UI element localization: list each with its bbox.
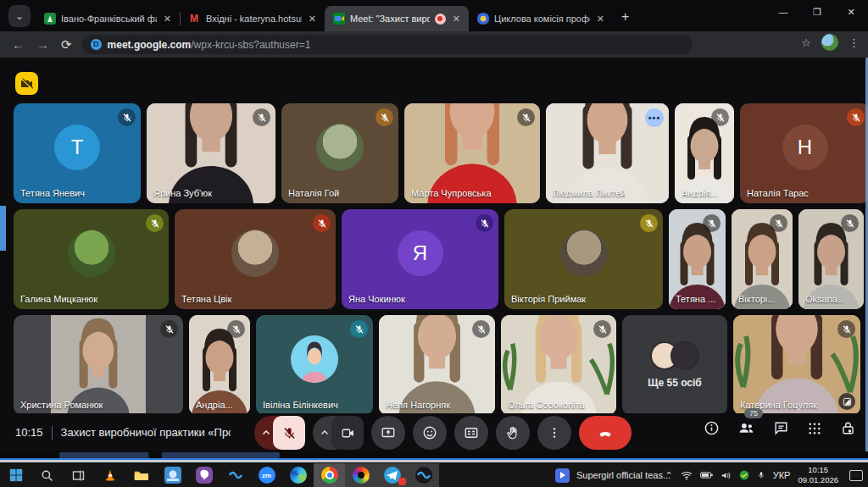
taskbar-windows-start-icon[interactable] (0, 463, 31, 487)
camera-split-button (313, 416, 364, 450)
antivirus-icon[interactable] (739, 470, 749, 480)
mic-muted-icon (837, 320, 855, 338)
tab-commission[interactable]: Циклова комісія професійної ✕ (469, 6, 613, 31)
taskbar-clock[interactable]: 10:1509.01.2026 (798, 465, 838, 485)
close-tab-icon[interactable]: ✕ (162, 14, 173, 25)
minimize-button[interactable]: — (766, 0, 800, 25)
meeting-info: 10:15 Захист виробничої практики «Проб..… (15, 426, 244, 440)
participant-tile[interactable]: Неля Нагорняк (379, 315, 495, 415)
tile-options-icon[interactable]: ••• (645, 108, 664, 127)
mic-muted-icon (711, 108, 729, 126)
taskbar-edge-icon[interactable] (282, 463, 314, 487)
taskbar-webex-open-icon[interactable] (408, 463, 439, 487)
taskbar-vlc-icon[interactable] (94, 463, 125, 487)
participant-tile[interactable]: Христина Романюк (14, 315, 183, 415)
end-call-button[interactable] (579, 416, 632, 450)
address-bar[interactable]: meet.google.com/wpx-krcu-sbs?authuser=1 (82, 35, 693, 54)
participant-tile[interactable]: Ярина Зуб'юк (147, 103, 275, 203)
language-indicator[interactable]: УКР (773, 470, 791, 480)
chat-button[interactable] (773, 420, 789, 436)
taskbar-chrome-icon[interactable] (314, 463, 345, 487)
wifi-icon[interactable] (681, 471, 693, 480)
mic-muted-icon (313, 214, 331, 232)
participant-tile[interactable]: Вікторі... (732, 209, 793, 309)
meeting-title: Захист виробничої практики «Проб... (61, 426, 231, 439)
tab-search-button[interactable]: ⌄ (8, 5, 31, 27)
captions-button[interactable] (454, 416, 488, 450)
taskbar-task-view-icon[interactable] (63, 463, 94, 487)
self-view-expand-icon[interactable] (838, 393, 855, 410)
activities-button[interactable] (807, 421, 822, 436)
tab-gmail-inbox[interactable]: Вхідні - kateryna.hotsuliak@pn ✕ (181, 6, 325, 31)
mic-split-button (254, 416, 305, 450)
mic-muted-icon (376, 108, 393, 126)
reload-icon[interactable]: ⟳ (61, 37, 72, 53)
taskbar-paint3d-icon[interactable] (345, 463, 376, 487)
profile-avatar[interactable] (821, 34, 838, 51)
participant-tile[interactable]: Тетяна ... (669, 209, 726, 309)
taskbar-file-explorer-icon[interactable] (125, 463, 157, 487)
raise-hand-button[interactable] (496, 416, 530, 450)
play-icon[interactable] (555, 468, 570, 483)
participant-tile[interactable]: Oksana... (798, 209, 864, 309)
close-window-button[interactable]: ✕ (834, 0, 868, 25)
participant-tile[interactable]: Ще 55 осіб (622, 315, 727, 415)
camera-button[interactable] (331, 416, 364, 450)
participant-tile[interactable]: Івіліна Білінкевич (256, 315, 373, 415)
maximize-button[interactable]: ❐ (800, 0, 834, 25)
participant-tile[interactable]: Катерина Гоцуляк (733, 315, 860, 415)
forward-icon[interactable]: → (36, 37, 49, 52)
taskbar-viber-icon[interactable] (188, 463, 220, 487)
microphone-tray-icon[interactable] (757, 470, 765, 480)
browser-tab-bar: ⌄ Івано-Франківський фаховий ✕ Вхідні - … (0, 0, 868, 31)
close-tab-icon[interactable]: ✕ (451, 14, 462, 25)
camera-off-notification[interactable] (15, 72, 38, 95)
taskbar-media-control[interactable]: Supergirl official teas... (555, 463, 670, 487)
participant-tile[interactable]: Вікторія Приймак (504, 209, 663, 309)
participant-tile[interactable]: Галина Мицканюк (14, 209, 169, 309)
taskbar-telegram-icon[interactable] (376, 463, 408, 487)
participant-tile[interactable]: ЯЯна Чокинюк (342, 209, 498, 309)
participant-tile[interactable]: Ольга Сороколіта (501, 315, 616, 415)
url-text: meet.google.com/wpx-krcu-sbs?authuser=1 (108, 39, 311, 51)
taskbar-zoom-icon[interactable]: zm (251, 463, 282, 487)
mic-muted-icon (847, 108, 865, 126)
photo-avatar (560, 230, 608, 277)
mic-mute-button[interactable] (273, 416, 305, 450)
host-controls-button[interactable] (840, 420, 856, 436)
participant-name: Ольга Сороколіта (508, 400, 585, 410)
reactions-button[interactable] (413, 416, 447, 450)
call-controls (254, 416, 632, 450)
new-tab-button[interactable]: + (621, 9, 629, 25)
participant-tile[interactable]: ННаталія Тарас (740, 103, 868, 203)
people-button[interactable]: 75 (737, 419, 755, 437)
participant-tile[interactable]: Тетяна Цвік (175, 209, 336, 309)
participant-name: Андріа... (196, 400, 233, 410)
battery-icon[interactable] (700, 471, 713, 479)
participant-tile[interactable]: Марта Чупровська (404, 103, 540, 203)
more-options-button[interactable] (537, 416, 571, 450)
tab-meet-active[interactable]: Meet: "Захист виробничої ✕ (325, 6, 469, 31)
participant-tile[interactable]: Людмила Ликтей••• (546, 103, 669, 203)
present-screen-button[interactable] (371, 416, 405, 450)
mic-muted-icon (770, 214, 787, 232)
taskbar-photos-icon[interactable] (157, 463, 188, 487)
more-participants[interactable]: Ще 55 осіб (622, 315, 727, 415)
browser-menu-icon[interactable]: ⋮ (849, 36, 860, 49)
taskbar-webex-icon[interactable] (220, 463, 251, 487)
participant-tile[interactable]: Андріа... (189, 315, 250, 415)
close-tab-icon[interactable]: ✕ (595, 14, 606, 25)
meeting-details-button[interactable] (704, 420, 720, 436)
taskbar-search-icon[interactable] (31, 463, 63, 487)
participant-tile[interactable]: TТетяна Яневич (14, 103, 141, 203)
back-icon[interactable]: ← (12, 37, 25, 52)
participant-tile[interactable]: Андрія... (675, 103, 734, 203)
tray-expand-icon[interactable]: ⌃ (665, 470, 673, 481)
participant-tile[interactable]: Наталія Гой (281, 103, 398, 203)
site-info-icon[interactable] (91, 39, 102, 50)
tab-college-site[interactable]: Івано-Франківський фаховий ✕ (36, 6, 180, 31)
close-tab-icon[interactable]: ✕ (307, 14, 318, 25)
bookmark-star-icon[interactable]: ☆ (801, 36, 811, 49)
volume-icon[interactable] (721, 471, 732, 480)
notification-center-icon[interactable] (849, 470, 863, 481)
